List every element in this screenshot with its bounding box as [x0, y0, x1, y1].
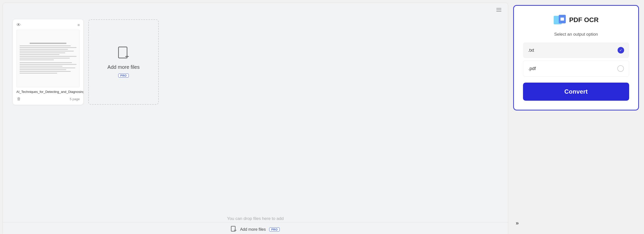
- pdf-ocr-icon: [554, 15, 566, 25]
- top-bar: [3, 3, 508, 17]
- file-card-header: 👁 ≡: [13, 19, 83, 30]
- add-files-card[interactable]: Add more files PRO: [88, 19, 159, 105]
- right-panel: PDF OCR Select an output option .txt ✓ .…: [508, 0, 644, 234]
- delete-button[interactable]: 🗑: [16, 96, 21, 102]
- add-files-pro-badge: PRO: [118, 74, 129, 78]
- option-txt-label: .txt: [528, 48, 534, 53]
- chevron-right-icon[interactable]: »: [516, 220, 519, 226]
- ocr-subtitle: Select an output option: [523, 32, 629, 37]
- ocr-title: PDF OCR: [569, 16, 599, 24]
- main-area: 👁 ≡: [3, 3, 508, 234]
- ocr-card: PDF OCR Select an output option .txt ✓ .…: [513, 5, 639, 110]
- add-file-icon: [118, 46, 129, 61]
- bottom-add-icon: [231, 226, 236, 233]
- file-card-footer: AI_Techniques_for_Detecting_and_Diagnosi…: [13, 87, 83, 105]
- icon-front: [559, 15, 566, 23]
- add-files-label: Add more files: [107, 64, 140, 70]
- page-count: 5 page: [70, 97, 80, 101]
- ocr-card-header: PDF OCR: [523, 15, 629, 25]
- lines-icon[interactable]: ≡: [77, 23, 80, 27]
- option-pdf-label: .pdf: [528, 66, 536, 71]
- file-name: AI_Techniques_for_Detecting_and_Diagnosi…: [16, 90, 80, 94]
- files-area: 👁 ≡: [3, 17, 508, 222]
- bottom-add-label[interactable]: Add more files: [240, 227, 266, 232]
- option-txt[interactable]: .txt ✓: [523, 42, 629, 58]
- radio-unselected-icon: [617, 65, 624, 72]
- file-card: 👁 ≡: [13, 19, 83, 105]
- eye-icon[interactable]: 👁: [16, 22, 21, 28]
- bottom-bar: Add more files PRO: [3, 222, 508, 234]
- drop-hint: You can drop files here to add: [227, 216, 284, 221]
- radio-selected-icon: ✓: [618, 47, 624, 53]
- file-thumbnail: [16, 30, 80, 87]
- menu-icon[interactable]: [496, 6, 503, 13]
- convert-button[interactable]: Convert: [523, 83, 629, 101]
- file-meta: 🗑 5 page: [16, 96, 80, 102]
- option-pdf[interactable]: .pdf: [523, 61, 629, 77]
- bottom-pro-badge: PRO: [269, 227, 279, 231]
